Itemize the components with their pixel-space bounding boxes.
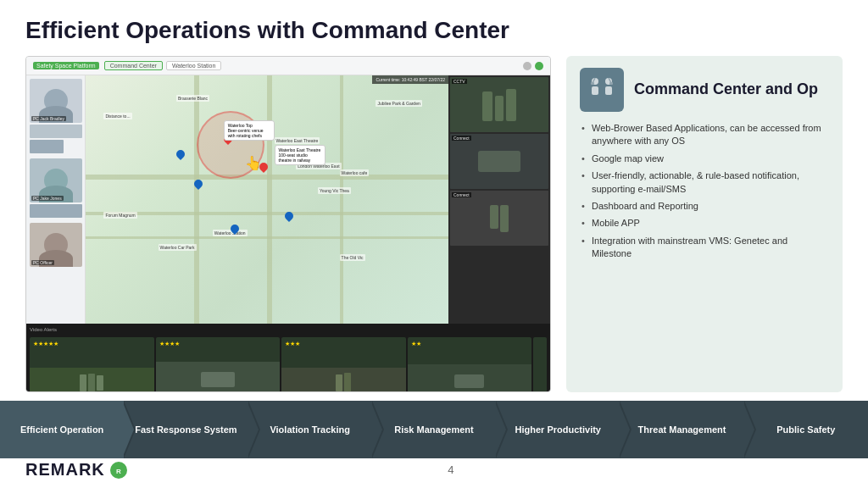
- strip-car-1: [156, 362, 281, 392]
- map-time: Current time: 10:42:49 BST 22/07/22: [372, 75, 448, 84]
- map-pin-blue-4: [231, 225, 239, 236]
- bullet-2: Google map view: [580, 152, 829, 165]
- map-label-carpark: Waterloo Car Park: [159, 244, 197, 251]
- ss-settings-icon[interactable]: [523, 62, 531, 70]
- ss-logo: Safety Space Platform: [33, 62, 99, 69]
- map-popup-1: Waterloo TopBeer-centric venuewith rotat…: [224, 120, 275, 141]
- map-popup-2: Waterloo East Theatre100-seat studio the…: [275, 145, 326, 165]
- footer: REMARK R 4: [25, 455, 843, 480]
- strip-item-4: ★★: [408, 337, 532, 392]
- ss-map[interactable]: Brasserie Blanc Waterloo East Theatre Lo…: [86, 75, 448, 324]
- map-label-vic: Young Vic Thea: [318, 187, 351, 194]
- ss-controls: [523, 62, 543, 70]
- info-header: Command Center and Op: [580, 68, 829, 112]
- remark-circle-icon: R: [113, 464, 125, 476]
- nav-item-safety[interactable]: Public Safety: [744, 401, 868, 458]
- operator-svg: [587, 75, 617, 105]
- bullet-5: Mobile APP: [580, 217, 829, 230]
- map-pin-blue-2: [176, 150, 185, 162]
- ss-bottom-strip: Video Alerts ★★★★★ ★★★★: [26, 324, 550, 391]
- map-label-oldvic: The Old Vic: [340, 254, 365, 261]
- footer-page-number: 4: [448, 463, 453, 476]
- strip-item-1: ★★★★★: [30, 337, 154, 392]
- screenshot-panel: Safety Space Platform Command Center Wat…: [25, 56, 551, 392]
- nav-item-fast[interactable]: Fast Response System: [124, 401, 248, 458]
- map-label-theatre: Waterloo East Theatre: [275, 137, 320, 144]
- face-2: PC Jake Jones: [30, 158, 82, 202]
- svg-rect-4: [591, 82, 594, 85]
- strip-persons-1: [30, 368, 154, 392]
- strip-items-container: ★★★★★ ★★★★ ★★★: [30, 327, 547, 388]
- map-label-cafe: Waterloo cafe: [340, 169, 370, 176]
- info-panel: Command Center and Op Web-Brower Based A…: [566, 56, 843, 392]
- ss-user-icon[interactable]: [535, 62, 543, 70]
- nav-item-productivity[interactable]: Higher Productivity: [496, 401, 620, 458]
- ss-left-bar: PC Jack Bradley PC Jake Jones: [26, 75, 86, 324]
- strip-item-3: ★★★: [281, 337, 406, 392]
- bottom-nav: Efficient Operation Fast Response System…: [0, 401, 868, 458]
- svg-rect-3: [605, 86, 612, 95]
- nav-item-efficient[interactable]: Efficient Operation: [0, 401, 124, 458]
- map-label-forum: Forum Magnum: [103, 212, 136, 219]
- strip-item-5: [533, 337, 547, 392]
- strip-item-2: ★★★★: [156, 337, 281, 392]
- command-center-icon: [580, 68, 624, 112]
- cam-thumb-2: Connect: [450, 134, 548, 189]
- svg-rect-1: [592, 86, 598, 95]
- info-bullets: Web-Brower Based Applications, can be ac…: [580, 122, 829, 261]
- ss-tabs: Command Center Waterloo Station: [104, 61, 222, 70]
- strip-persons-2: [281, 368, 406, 392]
- page-title: Efficient Operations with Command Center: [25, 17, 843, 44]
- cam-thumb-3: Connect: [450, 191, 548, 246]
- ss-tab-command[interactable]: Command Center: [104, 61, 163, 70]
- ss-topbar: Safety Space Platform Command Center Wat…: [26, 57, 550, 75]
- map-pin-blue-1: [194, 180, 203, 191]
- info-title: Command Center and Op: [634, 80, 818, 99]
- bullet-1: Web-Brower Based Applications, can be ac…: [580, 122, 829, 148]
- cam-thumb-1: CCTV: [450, 77, 548, 132]
- nav-item-risk[interactable]: Risk Management: [372, 401, 496, 458]
- bullet-4: Dashboard and Reporting: [580, 200, 829, 213]
- strip-label: Video Alerts: [30, 327, 57, 332]
- face-1: PC Jack Bradley: [30, 79, 82, 123]
- cam-figures-1: [482, 89, 516, 121]
- footer-logo-circle: R: [110, 462, 127, 479]
- main-content: Safety Space Platform Command Center Wat…: [25, 56, 843, 392]
- svg-text:R: R: [116, 468, 121, 475]
- face-2-controls: [30, 204, 81, 218]
- face-3: PC Officer: [30, 223, 82, 267]
- map-cursor: 👆: [245, 155, 262, 171]
- map-label-brasserie: Brasserie Blanc: [176, 95, 209, 102]
- strip-car-2: [408, 364, 532, 392]
- face-1-controls: [30, 125, 81, 153]
- map-pin-blue-3: [285, 212, 293, 224]
- svg-rect-5: [609, 82, 613, 85]
- ss-tab-station[interactable]: Waterloo Station: [166, 61, 222, 70]
- footer-logo-text: REMARK: [25, 460, 105, 480]
- footer-logo: REMARK R: [25, 460, 127, 480]
- page: Efficient Operations with Command Center…: [0, 0, 868, 488]
- nav-item-violation[interactable]: Violation Tracking: [248, 401, 372, 458]
- cam-figures-3: [490, 205, 509, 232]
- nav-item-threat[interactable]: Threat Management: [620, 401, 743, 458]
- map-label-jubilee: Jubilee Park & Garden: [376, 100, 421, 107]
- map-label-distance: Distance to...: [103, 113, 131, 119]
- ss-body: PC Jack Bradley PC Jake Jones: [26, 75, 550, 324]
- bullet-6: Integration with mainstream VMS: Genetec…: [580, 235, 829, 261]
- cam-car-1: [478, 151, 520, 172]
- bullet-3: User-friendly, actionable, & rule-based …: [580, 169, 829, 196]
- ss-right-cams: CCTV Connect Connect: [448, 75, 550, 324]
